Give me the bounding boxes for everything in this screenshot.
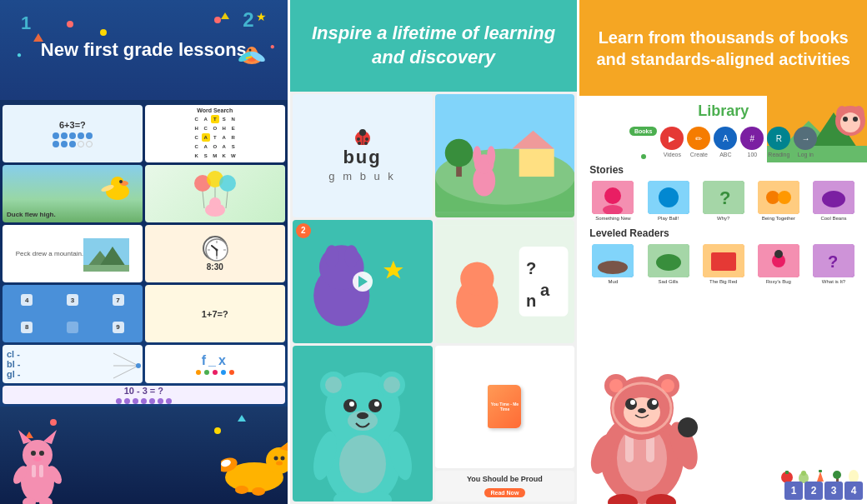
tab-login[interactable]: → Log in: [794, 127, 817, 157]
panel-learning: Inspire a lifetime of learning and disco…: [290, 0, 580, 504]
play-button[interactable]: [353, 272, 373, 292]
lesson-cards-grid: 6+3=? Word Search CATSN HCOHE CATAR CAOA…: [0, 102, 288, 407]
tab-100[interactable]: # 100: [740, 127, 764, 157]
num-cell-3: 7: [113, 294, 124, 306]
reader-what-is-it[interactable]: ? What is It?: [809, 244, 859, 284]
tab-create[interactable]: ✏ Create: [687, 127, 710, 157]
reader-sad-gills[interactable]: Sad Gills: [643, 244, 693, 284]
svg-text:n: n: [526, 292, 536, 310]
word-search-card: Word Search CATSN HCOHE CATAR CAOAS KSMK…: [145, 105, 285, 162]
book-name-roxys-bug: Roxy's Bug: [766, 279, 791, 284]
book-thumb-play-ball: [648, 181, 689, 214]
tab-reading[interactable]: R Reading: [767, 127, 790, 157]
subtraction-equation: 10 - 3 = ?: [124, 386, 163, 396]
svg-point-128: [766, 191, 779, 204]
svg-point-68: [364, 142, 368, 145]
svg-point-104: [357, 412, 368, 419]
svg-rect-169: [819, 470, 822, 472]
fox-spelling-card: f_x: [145, 345, 285, 383]
num-cell-6: 9: [113, 322, 124, 333]
panel-first-grade: 1 2 ★ ● ●: [0, 0, 290, 504]
panel1-header: 1 2 ★ ● ●: [0, 0, 288, 100]
phonics-card: cl - bl - gl -: [3, 345, 143, 383]
panel-library: Learn from thousands of books and standa…: [579, 0, 867, 504]
svg-point-31: [215, 249, 218, 252]
video-tab-icon: ▶: [660, 127, 684, 150]
svg-point-66: [365, 137, 368, 141]
num-cell-1: 4: [21, 294, 33, 306]
svg-point-79: [487, 146, 495, 165]
book-card: You Time - Me Time: [435, 346, 575, 469]
svg-rect-165: [785, 471, 789, 474]
reader-mud[interactable]: Mud: [588, 244, 638, 284]
book-name-what-is-it: What is It?: [822, 279, 845, 284]
books-active-tab[interactable]: Books: [629, 127, 657, 136]
book-name-big-red: The Big Red: [709, 279, 737, 284]
duck-scene-card: Duck flew high.: [3, 165, 143, 222]
story-why[interactable]: ? Why?: [699, 181, 749, 221]
quiz-scene: ? a n: [435, 220, 575, 343]
proud-title: You Should be Proud: [467, 475, 543, 485]
phonics-cl: cl -: [7, 349, 20, 359]
svg-point-88: [460, 262, 494, 295]
svg-point-10: [119, 180, 123, 183]
bug-reading-card: bug g m b u k: [293, 94, 433, 217]
svg-point-57: [276, 462, 283, 466]
book-cover: You Time - Me Time: [488, 385, 521, 428]
word-search-title: Word Search: [197, 107, 233, 113]
svg-text:?: ?: [828, 252, 838, 271]
lesson-number-badge: 2: [296, 223, 311, 238]
svg-point-133: [598, 261, 628, 274]
story-cool-beans[interactable]: Cool Beans: [809, 181, 859, 221]
video-lesson-card[interactable]: 2: [293, 220, 433, 343]
svg-point-131: [822, 191, 845, 207]
multiplication-card: 1+7=?: [145, 285, 285, 342]
num-cell-5: [67, 322, 78, 333]
read-now-button[interactable]: Read Now: [484, 488, 526, 497]
book-title-text: You Time - Me Time: [488, 400, 521, 413]
app-panels: 1 2 ★ ● ●: [0, 0, 867, 504]
math-dots-card: 6+3=?: [3, 105, 143, 162]
reader-roxys-bug[interactable]: Roxy's Bug: [754, 244, 804, 284]
sentence-card: Peck drew a mountain.: [3, 225, 143, 282]
panel2-grid: bug g m b u k: [290, 92, 578, 504]
svg-line-32: [113, 353, 138, 366]
story-being-together[interactable]: Being Together: [754, 181, 804, 221]
svg-point-124: [659, 187, 679, 207]
mountain-scene: [83, 238, 129, 272]
leveled-readers-title: Leveled Readers: [588, 227, 859, 239]
outdoor-scene-card: [435, 94, 575, 217]
mult-equation: 1+7=?: [202, 309, 228, 319]
num-block-1: 1: [784, 482, 803, 500]
word-search-grid: CATSN HCOHE CATAR CAOAS KSMKW: [193, 115, 238, 160]
bear-character: [313, 346, 413, 502]
num-block-3: 3: [824, 482, 843, 500]
leveled-readers-row: Mud Sad Gills The Big Red: [588, 244, 859, 284]
tab-books[interactable]: Books: [629, 127, 657, 157]
phonics-gl: gl -: [7, 369, 21, 379]
math-equation: 6+3=?: [59, 120, 86, 130]
tab-videos[interactable]: ▶ Videos: [660, 127, 684, 157]
story-something-new[interactable]: Something New: [588, 181, 638, 221]
book-name-cool-beans: Cool Beans: [820, 216, 846, 221]
svg-point-121: [604, 187, 621, 204]
book-name-play-ball: Play Ball!: [658, 216, 679, 221]
story-play-ball[interactable]: Play Ball!: [643, 181, 693, 221]
svg-point-105: [339, 435, 386, 493]
book-thumb-roxys-bug: [758, 244, 799, 277]
svg-point-135: [656, 254, 681, 271]
svg-text:?: ?: [719, 187, 730, 208]
sentence-text: Peck drew a mountain.: [16, 250, 83, 257]
book-thumb-sad-gills: [648, 244, 689, 277]
reading-tab-icon: R: [767, 127, 790, 150]
reader-big-red[interactable]: The Big Red: [699, 244, 749, 284]
book-thumb-why: ?: [703, 181, 744, 214]
svg-point-167: [801, 471, 806, 476]
book-thumb-cool-beans: [813, 181, 854, 214]
category-tabs: Books ▶ Videos ✏ Create A ABC: [588, 127, 859, 157]
proud-card: You Should be Proud Read Now: [435, 471, 575, 502]
subtraction-card: 10 - 3 = ?: [3, 386, 285, 404]
library-section: Library Books ▶ Videos ✏ Create: [579, 96, 867, 294]
book-name-mud: Mud: [609, 279, 619, 284]
tab-abc[interactable]: A ABC: [714, 127, 737, 157]
